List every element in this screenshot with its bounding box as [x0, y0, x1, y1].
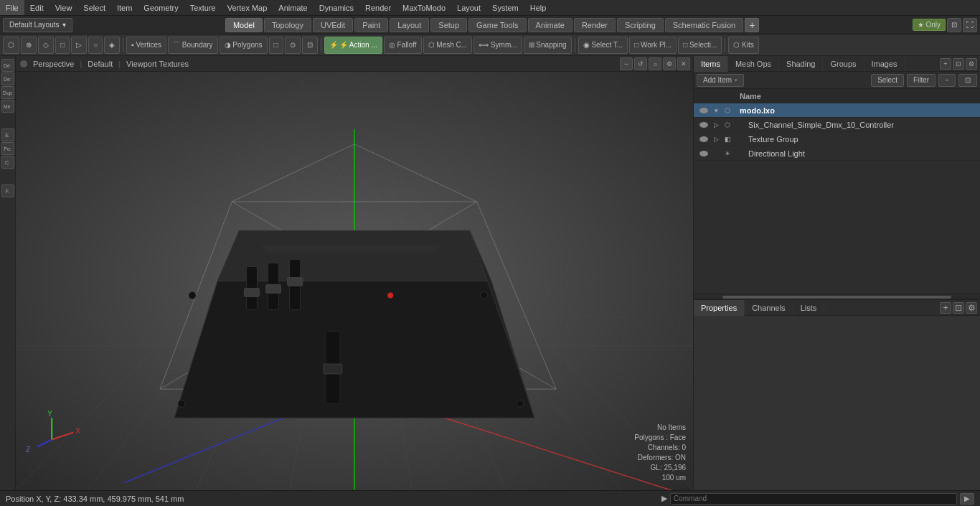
menu-item[interactable]: Item — [111, 0, 138, 15]
tab-model[interactable]: Model — [225, 18, 263, 32]
items-select-button[interactable]: Select — [871, 74, 904, 87]
tab-items[interactable]: Items — [694, 56, 728, 72]
item-row-texture-group[interactable]: ▷ ◧ Texture Group — [694, 132, 980, 146]
menu-file[interactable]: File — [0, 0, 24, 15]
panel-gear-button[interactable]: ⚙ — [966, 58, 977, 70]
tab-scripting[interactable]: Scripting — [617, 18, 664, 32]
panel-plus-button[interactable]: + — [940, 58, 951, 70]
tab-render[interactable]: Render — [574, 18, 616, 32]
only-label[interactable]: ★ Only — [913, 19, 946, 31]
viewport-zoom-icon[interactable]: ⌕ — [649, 57, 661, 70]
tool-grid[interactable]: ⊡ — [302, 37, 318, 54]
menu-layout[interactable]: Layout — [451, 0, 486, 15]
sidebar-tool-c[interactable]: C. — [1, 156, 14, 169]
snapping-button[interactable]: ⊞ Snapping — [524, 37, 572, 54]
add-item-button[interactable]: Add Item ▾ — [697, 74, 744, 87]
tab-channels[interactable]: Channels — [745, 300, 793, 316]
fullscreen-layout-button[interactable]: ⛶ — [963, 18, 977, 32]
prop-gear-button[interactable]: ⚙ — [966, 302, 977, 314]
sidebar-tool-de1[interactable]: De: — [1, 59, 14, 72]
command-input[interactable] — [670, 493, 957, 505]
tab-topology[interactable]: Topology — [264, 18, 311, 32]
tab-gametools[interactable]: Game Tools — [468, 18, 527, 32]
menu-dynamics[interactable]: Dynamics — [314, 0, 359, 15]
items-minus-button[interactable]: − — [938, 74, 956, 87]
scroll-thumb[interactable] — [722, 296, 951, 299]
tool-transform[interactable]: ⊕ — [21, 37, 37, 54]
tab-groups[interactable]: Groups — [823, 56, 864, 72]
item-row-sixchannel[interactable]: ▷ ⬡ Six_Channel_Simple_Dmx_10_Controller — [694, 118, 980, 132]
tool-move[interactable]: ▷ — [71, 37, 87, 54]
tool-scale[interactable]: □ — [55, 37, 70, 54]
tab-schematicfusion[interactable]: Schematic Fusion — [665, 18, 743, 32]
sidebar-tool-po[interactable]: Po: — [1, 142, 14, 155]
mesh-button[interactable]: ⬡ Mesh C... — [423, 37, 473, 54]
maximize-layout-button[interactable]: ⊡ — [947, 18, 961, 32]
eye-toggle-dirlight[interactable] — [697, 151, 711, 156]
kits-button[interactable]: ⬡ Kits — [728, 37, 758, 54]
symmetry-button[interactable]: ⟺ Symm... — [473, 37, 522, 54]
tool-snap[interactable]: ◈ — [104, 37, 120, 54]
tool-box[interactable]: □ — [269, 37, 283, 54]
menu-geometry[interactable]: Geometry — [138, 0, 184, 15]
falloff-button[interactable]: ◎ Falloff — [384, 37, 422, 54]
tab-uvedit[interactable]: UVEdit — [313, 18, 353, 32]
menu-view[interactable]: View — [50, 0, 78, 15]
items-list[interactable]: ▾ ⬡ modo.lxo ▷ ⬡ Six_Channel_Simple_Dmx_… — [694, 103, 980, 294]
selection-button[interactable]: □ Selecti... — [678, 37, 722, 54]
tab-lists[interactable]: Lists — [793, 300, 825, 316]
eye-toggle-sixchannel[interactable] — [697, 122, 711, 128]
menu-render[interactable]: Render — [359, 0, 397, 15]
viewport-canvas[interactable]: X Y Z No Items Polygons : Face Channels:… — [16, 72, 693, 490]
sidebar-tool-e[interactable]: E. — [1, 128, 14, 141]
prop-plus-button[interactable]: + — [940, 302, 951, 314]
viewport[interactable]: Perspective | Default | Viewport Texture… — [16, 56, 693, 490]
eye-toggle-texture[interactable] — [697, 136, 711, 142]
tab-images[interactable]: Images — [864, 56, 905, 72]
default-layouts-button[interactable]: Default Layouts ▾ — [3, 18, 72, 32]
menu-maxtomodo[interactable]: MaxToModo — [397, 0, 451, 15]
items-filter-button[interactable]: Filter — [907, 74, 936, 87]
tab-animate[interactable]: Animate — [528, 18, 573, 32]
viewport-settings-icon[interactable]: ⚙ — [663, 57, 676, 70]
item-row-modo-lxo[interactable]: ▾ ⬡ modo.lxo — [694, 103, 980, 118]
tab-paint[interactable]: Paint — [354, 18, 388, 32]
action-button[interactable]: ⚡ ⚡ Action ... — [324, 37, 382, 54]
menu-edit[interactable]: Edit — [24, 0, 50, 15]
tool-rotate[interactable]: ◇ — [38, 37, 54, 54]
tab-setup[interactable]: Setup — [430, 18, 467, 32]
sidebar-tool-me[interactable]: Me: — [1, 100, 14, 113]
sidebar-tool-de2[interactable]: De: — [1, 72, 14, 85]
sidebar-tool-dup[interactable]: Dup — [1, 86, 14, 99]
menu-vertexmap[interactable]: Vertex Map — [222, 0, 273, 15]
boundary-button[interactable]: ⌒ Boundary — [168, 37, 218, 54]
menu-animate[interactable]: Animate — [273, 0, 313, 15]
tool-select-mode[interactable]: ⬡ — [3, 37, 19, 54]
vertices-button[interactable]: ▪ Vertices — [126, 37, 166, 54]
tool-circle2[interactable]: ⊙ — [285, 37, 301, 54]
select-tool-button[interactable]: ◉ Select T... — [578, 37, 628, 54]
item-row-dirlight[interactable]: ☀ Directional Light — [694, 146, 980, 161]
sidebar-tool-f[interactable]: F. — [1, 184, 14, 197]
tab-layout[interactable]: Layout — [390, 18, 429, 32]
items-maximize-button[interactable]: ⊡ — [958, 74, 977, 87]
eye-icon-texture — [699, 136, 708, 142]
prop-maximize-button[interactable]: ⊡ — [953, 302, 964, 314]
menu-texture[interactable]: Texture — [184, 0, 222, 15]
add-layout-button[interactable]: + — [745, 18, 759, 32]
eye-toggle-modo[interactable] — [697, 108, 711, 113]
command-run-button[interactable]: ▶ — [960, 493, 974, 505]
panel-maximize-button[interactable]: ⊡ — [953, 58, 964, 70]
menu-system[interactable]: System — [486, 0, 524, 15]
tab-properties[interactable]: Properties — [694, 300, 745, 316]
viewport-move-icon[interactable]: ↔ — [620, 57, 633, 70]
workplane-button[interactable]: □ Work Pl... — [629, 37, 677, 54]
menu-select[interactable]: Select — [77, 0, 111, 15]
tab-mesh-ops[interactable]: Mesh Ops — [728, 56, 779, 72]
menu-help[interactable]: Help — [524, 0, 552, 15]
viewport-rotate-icon[interactable]: ↺ — [634, 57, 647, 70]
tab-shading[interactable]: Shading — [779, 56, 823, 72]
viewport-close-icon[interactable]: ✕ — [677, 57, 690, 70]
polygons-button[interactable]: ◑ Polygons — [220, 37, 268, 54]
tool-circle[interactable]: ○ — [88, 37, 103, 54]
